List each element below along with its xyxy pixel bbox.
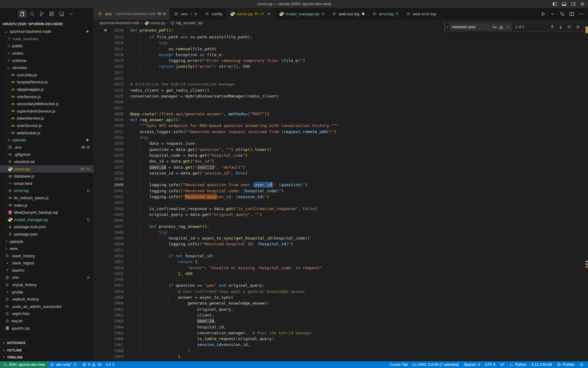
code-line-1951[interactable]: 1951: [94, 247, 588, 253]
code-line-1957[interactable]: 1957 if question == "yes" and original_q…: [94, 282, 588, 288]
run-icon[interactable]: [541, 11, 546, 17]
line-number[interactable]: 1967: [94, 342, 123, 347]
line-number[interactable]: 1957: [94, 282, 123, 288]
tree-file-database.js[interactable]: JSdatabase.js: [0, 173, 93, 180]
status-notifications[interactable]: [577, 361, 586, 368]
line-number[interactable]: 1924: [94, 87, 123, 93]
code-line-1954[interactable]: 1954 "error": "Invalid or missing 'hospi…: [94, 265, 588, 271]
line-number[interactable]: 1920: [94, 63, 123, 69]
split-editor-icon[interactable]: [569, 11, 574, 17]
code-line-1969[interactable]: 1969 ): [94, 354, 588, 359]
line-number[interactable]: 1947: [94, 224, 123, 229]
tree-file-req.txt[interactable]: req.txt: [0, 317, 93, 325]
line-number[interactable]: 1918: [94, 52, 123, 58]
line-number[interactable]: 1953: [94, 259, 123, 265]
breadcrumb-item-spurrinai-backend-node[interactable]: spurrinai-backend-node: [99, 21, 139, 25]
code-line-1949[interactable]: 1949 hospital_id = async_to_sync(get_hos…: [94, 235, 588, 241]
line-number[interactable]: 1966: [94, 336, 123, 342]
line-number[interactable]: 1951: [94, 247, 123, 253]
tree-folder-uploads[interactable]: uploads: [0, 136, 93, 144]
tree-file-.gitignore[interactable]: .gitignore: [0, 151, 93, 158]
tree-file-.bash_logout[interactable]: $.bash_logout: [0, 259, 93, 267]
code-line-1928[interactable]: 1928@app.route("/flask-api/generate-answ…: [94, 111, 588, 117]
tree-file-.wget-hsts[interactable]: .wget-hsts: [0, 310, 93, 317]
status-language-mode[interactable]: {;}Python: [507, 361, 529, 368]
activity-item-remote-explorer[interactable]: [57, 10, 66, 18]
line-number[interactable]: 1929: [94, 117, 123, 123]
run-dropdown-chevron-icon[interactable]: [550, 11, 555, 17]
activity-item-extensions[interactable]: [47, 10, 56, 18]
tree-file-fix_refresh_token.js[interactable]: JSfix_refresh_token.js: [0, 194, 93, 202]
line-number[interactable]: 1937: [94, 164, 123, 170]
line-number[interactable]: 1917: [94, 46, 123, 52]
line-number[interactable]: 1956: [94, 277, 123, 282]
line-number[interactable]: 1948: [94, 229, 123, 235]
line-number[interactable]: 1952: [94, 253, 123, 259]
sidebar-section-timeline[interactable]: TIMELINE: [0, 354, 93, 361]
code-lines[interactable]: 1915 if file_path and os.path.exists(fil…: [94, 34, 588, 359]
tree-file-.env[interactable]: .envM, ⊘: [0, 144, 93, 151]
line-number[interactable]: 1968: [94, 348, 123, 354]
code-line-1965[interactable]: 1965 conversation_manager, # Pass the hy…: [94, 330, 588, 336]
status-encoding[interactable]: UTF-8: [482, 361, 498, 368]
activity-item-more-views[interactable]: [67, 10, 76, 18]
code-line-1959[interactable]: 1959 answer = async_to_sync(: [94, 294, 588, 300]
code-line-1924[interactable]: 1924redis_client = get_redis_client(): [94, 87, 588, 93]
tree-file-error.log[interactable]: error.logU: [0, 187, 93, 194]
code-line-1919[interactable]: 1919 logging.error(f"Error removing temp…: [94, 58, 588, 63]
tree-file-.sudo_as_admin_successful[interactable]: .sudo_as_admin_successful: [0, 303, 93, 310]
code-line-1944[interactable]: 1944 is_confirmation_response = data.get…: [94, 206, 588, 212]
tab-.env[interactable]: .env./⊘: [170, 8, 201, 20]
code-line-1934[interactable]: 1934 question = data.get("question", "")…: [94, 147, 588, 152]
code-line-1917[interactable]: 1917 os.remove(file_path): [94, 46, 588, 52]
previous-match-button[interactable]: [550, 25, 555, 29]
code-line-1956[interactable]: 1956: [94, 277, 588, 282]
code-line-1931[interactable]: 1931 access_logger.info(f"Generate answe…: [94, 129, 588, 135]
code-line-1968[interactable]: 1968 ): [94, 348, 588, 354]
tab-model_manager.py[interactable]: model_manager.pyU: [275, 8, 328, 20]
line-number[interactable]: 1932: [94, 135, 123, 140]
next-match-button[interactable]: [558, 25, 563, 29]
code-line-1930[interactable]: 1930 """Sync API endpoint for RAG-based …: [94, 123, 588, 128]
breadcrumb-item-convo.py[interactable]: convo.py: [145, 21, 165, 25]
close-icon[interactable]: ×: [266, 11, 271, 16]
line-number[interactable]: 1959: [94, 294, 123, 300]
line-number[interactable]: 1915: [94, 34, 123, 40]
line-number[interactable]: 1949: [94, 235, 123, 241]
line-number[interactable]: 1969: [94, 354, 123, 359]
tree-file-secondaryWebsocket.js[interactable]: JSsecondaryWebsocket.js: [0, 100, 93, 108]
regex-toggle[interactable]: .*: [505, 25, 511, 29]
tree-file-.bash_history[interactable]: .bash_history: [0, 252, 93, 259]
line-number[interactable]: 1930: [94, 123, 123, 128]
tree-file-convo.py[interactable]: convo.py9+, U: [0, 165, 93, 173]
sidebar-section-outline[interactable]: OUTLINE: [0, 347, 93, 354]
code-line-1946[interactable]: 1946: [94, 217, 588, 223]
tree-file-.rediscli_history[interactable]: .rediscli_history: [0, 296, 93, 303]
code-line-1926[interactable]: 1926: [94, 99, 588, 105]
unsaved-dot-icon[interactable]: [362, 13, 364, 15]
status-ports[interactable]: 2: [104, 361, 117, 368]
line-number[interactable]: 1926: [94, 99, 123, 105]
sidebar-section-notepads[interactable]: NOTEPADS: [0, 339, 93, 347]
line-number[interactable]: 1940: [94, 182, 123, 188]
code-line-1966[interactable]: 1966 is_table_request(original_query),: [94, 336, 588, 342]
line-number[interactable]: 1958: [94, 289, 123, 294]
line-number[interactable]: 1955: [94, 271, 123, 277]
code-line-1922[interactable]: 1922: [94, 75, 588, 81]
activity-item-explorer[interactable]: [18, 10, 27, 18]
line-number[interactable]: 1922: [94, 75, 123, 81]
tree-file-userService.js[interactable]: JSuserService.js: [0, 122, 93, 129]
code-line-1958[interactable]: 1958 # User confirmed they want a genera…: [94, 289, 588, 294]
code-line-1925[interactable]: 1925conversation_manager = HybridConvers…: [94, 93, 588, 99]
whole-word-toggle[interactable]: ab: [498, 25, 504, 29]
match-case-toggle[interactable]: Aa: [492, 25, 497, 29]
code-line-1933[interactable]: 1933 data = request.json: [94, 140, 588, 146]
status-cursor-tab[interactable]: Cursor Tab: [387, 361, 410, 368]
line-number[interactable]: 1964: [94, 324, 123, 330]
tree-file-tokenService.js[interactable]: JStokenService.js: [0, 115, 93, 122]
tree-file-webSocket.js[interactable]: JSwebSocket.js: [0, 129, 93, 136]
breadcrumb-item-rag_answer_api[interactable]: rag_answer_api: [170, 21, 203, 25]
tree-file-MedQueryAI_backup.sql[interactable]: MedQueryAI_backup.sql: [0, 209, 93, 216]
code-line-1943[interactable]: 1943: [94, 200, 588, 205]
tab-.env[interactable]: .env~/spurrinai-backend-nodeM, ⊘: [94, 8, 170, 20]
